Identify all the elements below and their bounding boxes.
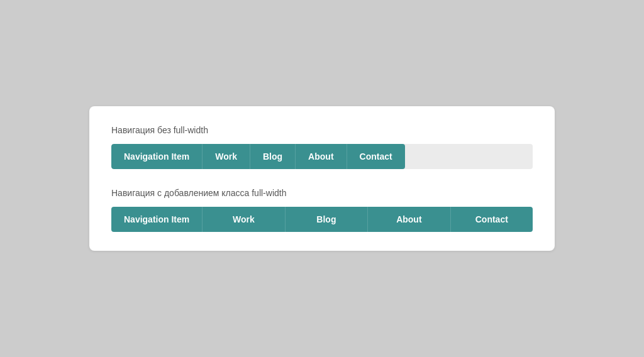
nav-item-2[interactable]: Work <box>203 144 250 169</box>
nav-no-fullwidth-inner: Navigation Item Work Blog About Contact <box>111 144 405 169</box>
nav-fullwidth: Navigation Item Work Blog About Contact <box>111 207 533 232</box>
nav-no-fullwidth: Navigation Item Work Blog About Contact <box>111 144 533 169</box>
section1-label: Навигация без full-width <box>111 125 533 135</box>
nav-item-4[interactable]: About <box>296 144 347 169</box>
section2-label: Навигация с добавлением класса full-widt… <box>111 188 533 198</box>
nav-item-1[interactable]: Navigation Item <box>111 144 203 169</box>
main-card: Навигация без full-width Navigation Item… <box>89 106 555 251</box>
nav-item-fw-5[interactable]: Contact <box>451 207 533 232</box>
nav-item-5[interactable]: Contact <box>347 144 405 169</box>
nav-item-3[interactable]: Blog <box>250 144 296 169</box>
nav-item-fw-4[interactable]: About <box>368 207 450 232</box>
nav-item-fw-2[interactable]: Work <box>203 207 285 232</box>
nav-item-fw-1[interactable]: Navigation Item <box>111 207 203 232</box>
nav-item-fw-3[interactable]: Blog <box>286 207 368 232</box>
